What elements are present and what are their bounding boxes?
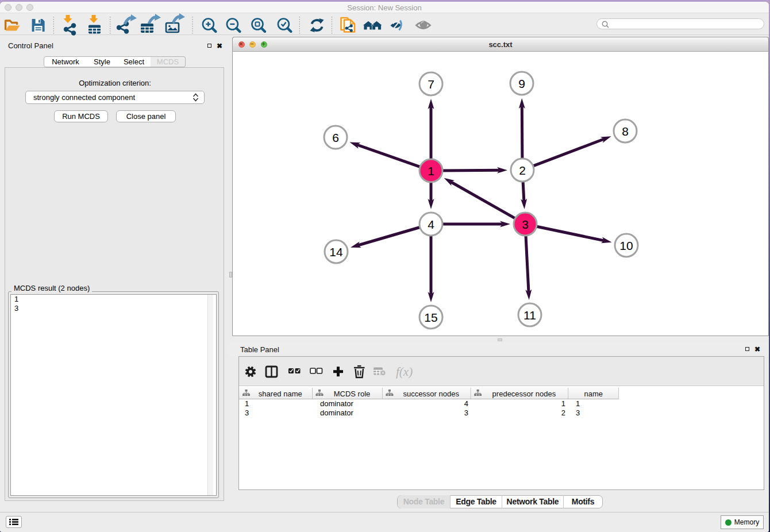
svg-text:8: 8 [622,125,629,138]
svg-text:1: 1 [428,164,434,178]
svg-text:2: 2 [519,164,526,177]
svg-text:15: 15 [424,311,437,324]
svg-text:3: 3 [464,408,468,417]
svg-text:dominator: dominator [320,408,353,417]
svg-text:2: 2 [561,408,565,417]
svg-text:1: 1 [561,399,565,408]
svg-text:dominator: dominator [320,399,353,408]
svg-text:3: 3 [522,218,529,231]
svg-text:MCDS role: MCDS role [334,390,371,398]
svg-text:4: 4 [464,399,468,408]
svg-text:9: 9 [518,77,525,90]
svg-text:6: 6 [332,131,339,144]
svg-text:1: 1 [576,399,580,408]
svg-text:7: 7 [428,78,434,91]
svg-text:11: 11 [523,309,536,322]
svg-text:predecessor nodes: predecessor nodes [492,390,556,398]
svg-text:shared name: shared name [259,390,302,398]
svg-text:3: 3 [245,408,249,417]
svg-text:14: 14 [329,245,343,259]
svg-text:4: 4 [428,218,434,231]
svg-text:name: name [584,390,603,398]
svg-text:3: 3 [576,408,580,417]
svg-text:10: 10 [619,239,633,252]
svg-text:1: 1 [245,399,249,408]
svg-text:successor nodes: successor nodes [403,390,459,398]
